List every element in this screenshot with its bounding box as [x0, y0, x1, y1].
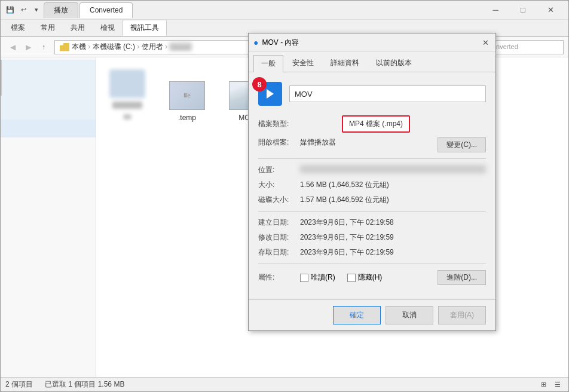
- location-row: 位置:: [258, 165, 486, 175]
- file-icon-wrapper: 8: [258, 82, 282, 106]
- file-header: 8: [258, 82, 486, 106]
- dialog-tab-general[interactable]: 一般: [253, 55, 283, 72]
- ok-button[interactable]: 確定: [333, 306, 381, 324]
- open-with-row: 開啟檔案: 媒體播放器 變更(C)...: [258, 137, 486, 152]
- disk-size-label: 磁碟大小:: [258, 195, 300, 205]
- created-value: 2023年9月6日, 下午 02:19:58: [300, 218, 486, 228]
- location-label: 位置:: [258, 165, 300, 175]
- separator-2: [258, 211, 486, 212]
- accessed-label: 存取日期:: [258, 247, 300, 258]
- play-icon: [267, 89, 274, 99]
- file-type-row: 檔案類型: MP4 檔案 (.mp4): [258, 115, 486, 133]
- file-type-highlight: MP4 檔案 (.mp4): [342, 115, 410, 133]
- created-row: 建立日期: 2023年9月6日, 下午 02:19:58: [258, 218, 486, 228]
- checkbox-group: 唯讀(R) 隱藏(H): [300, 272, 438, 283]
- disk-size-row: 磁碟大小: 1.57 MB (1,646,592 位元組): [258, 195, 486, 205]
- dialog-title-bar: ● MOV - 內容 ✕: [249, 33, 495, 52]
- dialog-tab-details[interactable]: 詳細資料: [323, 54, 367, 72]
- cancel-button[interactable]: 取消: [386, 306, 433, 324]
- size-row: 大小: 1.56 MB (1,646,532 位元組): [258, 180, 486, 190]
- created-label: 建立日期:: [258, 218, 300, 228]
- size-label: 大小:: [258, 180, 300, 190]
- accessed-row: 存取日期: 2023年9月6日, 下午 02:19:59: [258, 247, 486, 258]
- step-badge: 8: [252, 77, 267, 91]
- hidden-checkbox-item[interactable]: 隱藏(H): [347, 272, 383, 283]
- dialog-tabs: 一般 安全性 詳細資料 以前的版本: [249, 52, 495, 72]
- dialog-tab-prev-versions[interactable]: 以前的版本: [368, 54, 420, 72]
- file-type-label: 檔案類型:: [258, 119, 300, 129]
- dialog-title-icon: ●: [253, 38, 258, 47]
- attr-row: 屬性: 唯讀(R) 隱藏(H) 進階(D)...: [258, 270, 486, 285]
- modified-label: 修改日期:: [258, 232, 300, 243]
- change-button[interactable]: 變更(C)...: [438, 137, 486, 152]
- disk-size-value: 1.57 MB (1,646,592 位元組): [300, 195, 486, 205]
- dialog-close-button[interactable]: ✕: [480, 37, 491, 48]
- open-with-label: 開啟檔案:: [258, 137, 300, 152]
- separator-3: [258, 264, 486, 264]
- file-name-input[interactable]: [289, 85, 486, 102]
- advanced-button[interactable]: 進階(D)...: [438, 270, 486, 285]
- dialog-footer: 確定 取消 套用(A): [249, 299, 495, 330]
- open-with-value: 媒體播放器: [300, 137, 433, 152]
- modified-value: 2023年9月6日, 下午 02:19:59: [300, 232, 486, 243]
- dialog-overlay: ● MOV - 內容 ✕ 一般 安全性 詳細資料 以前的版本: [0, 0, 569, 392]
- hidden-checkbox[interactable]: [347, 274, 356, 282]
- readonly-label: 唯讀(R): [311, 272, 335, 283]
- dialog-title: ● MOV - 內容: [253, 38, 299, 48]
- readonly-checkbox[interactable]: [300, 274, 308, 282]
- attr-label: 屬性:: [258, 272, 300, 283]
- properties-dialog: ● MOV - 內容 ✕ 一般 安全性 詳細資料 以前的版本: [248, 33, 496, 331]
- modified-row: 修改日期: 2023年9月6日, 下午 02:19:59: [258, 232, 486, 243]
- dialog-tab-security[interactable]: 安全性: [284, 54, 322, 72]
- accessed-value: 2023年9月6日, 下午 02:19:59: [300, 247, 486, 258]
- dialog-content: 8 檔案類型: MP4 檔案 (.mp4) 開啟檔案: 媒體播放器 變更(C).…: [249, 72, 495, 299]
- hidden-label: 隱藏(H): [358, 272, 383, 283]
- location-value: [300, 165, 486, 173]
- separator-1: [258, 158, 486, 159]
- readonly-checkbox-item[interactable]: 唯讀(R): [300, 272, 335, 283]
- size-value: 1.56 MB (1,646,532 位元組): [300, 180, 486, 190]
- apply-button[interactable]: 套用(A): [438, 306, 486, 324]
